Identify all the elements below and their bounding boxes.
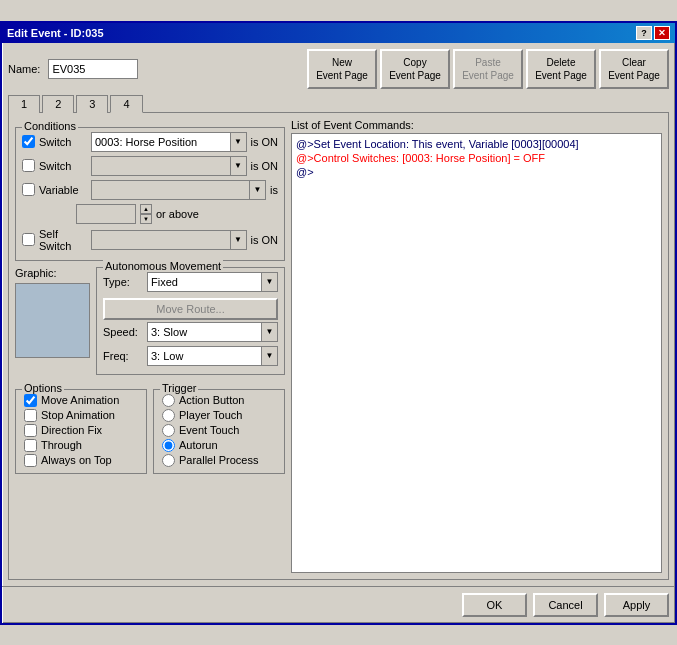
cancel-button[interactable]: Cancel — [533, 593, 598, 617]
trigger-player-touch: Player Touch — [162, 409, 276, 422]
spin-up[interactable]: ▲ — [140, 204, 152, 214]
always-on-top-label: Always on Top — [41, 454, 112, 466]
condition-3-dropdown[interactable]: ▼ — [249, 181, 265, 199]
freq-value: 3: Low — [148, 349, 261, 363]
graphic-auto-row: Graphic: Autonomous Movement Type: Fixed… — [15, 267, 285, 381]
move-animation-checkbox[interactable] — [24, 394, 37, 407]
tab-1[interactable]: 1 — [8, 95, 40, 113]
option-direction-fix: Direction Fix — [24, 424, 138, 437]
list-item-2: @>Control Switches: [0003: Horse Positio… — [296, 152, 657, 164]
condition-5-dropdown[interactable]: ▼ — [230, 231, 246, 249]
condition-row-3: Variable ▼ is — [22, 180, 278, 200]
bottom-row: Options Move Animation Stop Animation Di… — [15, 381, 285, 474]
help-button[interactable]: ? — [636, 26, 652, 40]
type-label: Type: — [103, 276, 143, 288]
trigger-group: Trigger Action Button Player Touch Event… — [153, 389, 285, 474]
action-button-radio[interactable] — [162, 394, 175, 407]
player-touch-radio[interactable] — [162, 409, 175, 422]
name-row: Name: NewEvent Page CopyEvent Page Paste… — [8, 49, 669, 89]
direction-fix-checkbox[interactable] — [24, 424, 37, 437]
footer: OK Cancel Apply — [2, 586, 675, 623]
stop-animation-label: Stop Animation — [41, 409, 115, 421]
close-button[interactable]: ✕ — [654, 26, 670, 40]
graphic-preview[interactable] — [15, 283, 90, 358]
list-item-1: @>Set Event Location: This event, Variab… — [296, 138, 657, 150]
condition-1-value: 0003: Horse Position — [92, 135, 230, 149]
main-panel: Conditions Switch 0003: Horse Position ▼… — [8, 112, 669, 580]
trigger-label: Trigger — [160, 382, 198, 394]
always-on-top-checkbox[interactable] — [24, 454, 37, 467]
condition-2-label: Switch — [39, 160, 87, 172]
speed-label: Speed: — [103, 326, 143, 338]
spin-down[interactable]: ▼ — [140, 214, 152, 224]
event-touch-label: Event Touch — [179, 424, 239, 436]
condition-5-value — [92, 239, 230, 241]
condition-1-label: Switch — [39, 136, 87, 148]
event-commands-list[interactable]: @>Set Event Location: This event, Variab… — [291, 133, 662, 573]
name-label: Name: — [8, 63, 40, 75]
ok-button[interactable]: OK — [462, 593, 527, 617]
condition-2-suffix: is ON — [251, 160, 279, 172]
autorun-radio[interactable] — [162, 439, 175, 452]
tab-4[interactable]: 4 — [110, 95, 142, 113]
tab-3[interactable]: 3 — [76, 95, 108, 113]
clear-event-page-button[interactable]: ClearEvent Page — [599, 49, 669, 89]
speed-value: 3: Slow — [148, 325, 261, 339]
option-through: Through — [24, 439, 138, 452]
through-checkbox[interactable] — [24, 439, 37, 452]
autonomous-label: Autonomous Movement — [103, 260, 223, 272]
paste-event-page-button[interactable]: PasteEvent Page — [453, 49, 523, 89]
condition-3-label: Variable — [39, 184, 87, 196]
condition-1-dropdown[interactable]: ▼ — [230, 133, 246, 151]
condition-2-checkbox[interactable] — [22, 159, 35, 172]
delete-event-page-button[interactable]: DeleteEvent Page — [526, 49, 596, 89]
type-dropdown[interactable]: ▼ — [261, 273, 277, 291]
move-route-button: Move Route... — [103, 298, 278, 320]
tabs-row: 1 2 3 4 — [8, 95, 669, 113]
event-touch-radio[interactable] — [162, 424, 175, 437]
trigger-parallel-process: Parallel Process — [162, 454, 276, 467]
right-panel: List of Event Commands: @>Set Event Loca… — [291, 119, 662, 573]
condition-3-suffix: is — [270, 184, 278, 196]
condition-row-4: ▲ ▼ or above — [76, 204, 278, 224]
tab-2[interactable]: 2 — [42, 95, 74, 113]
player-touch-label: Player Touch — [179, 409, 242, 421]
action-button-label: Action Button — [179, 394, 244, 406]
type-value: Fixed — [148, 275, 261, 289]
window-title: Edit Event - ID:035 — [7, 27, 104, 39]
conditions-label: Conditions — [22, 120, 78, 132]
speed-row: Speed: 3: Slow ▼ — [103, 322, 278, 342]
conditions-group: Conditions Switch 0003: Horse Position ▼… — [15, 127, 285, 261]
copy-event-page-button[interactable]: CopyEvent Page — [380, 49, 450, 89]
condition-row-2: Switch ▼ is ON — [22, 156, 278, 176]
parallel-process-label: Parallel Process — [179, 454, 258, 466]
parallel-process-radio[interactable] — [162, 454, 175, 467]
graphic-label: Graphic: — [15, 267, 57, 279]
apply-button[interactable]: Apply — [604, 593, 669, 617]
condition-2-dropdown[interactable]: ▼ — [230, 157, 246, 175]
move-animation-label: Move Animation — [41, 394, 119, 406]
options-label: Options — [22, 382, 64, 394]
condition-row-5: Self Switch ▼ is ON — [22, 228, 278, 252]
condition-3-checkbox[interactable] — [22, 183, 35, 196]
toolbar: NewEvent Page CopyEvent Page PasteEvent … — [307, 49, 669, 89]
condition-3-value — [92, 189, 249, 191]
condition-row-1: Switch 0003: Horse Position ▼ is ON — [22, 132, 278, 152]
autorun-label: Autorun — [179, 439, 218, 451]
speed-dropdown[interactable]: ▼ — [261, 323, 277, 341]
trigger-autorun: Autorun — [162, 439, 276, 452]
new-event-page-button[interactable]: NewEvent Page — [307, 49, 377, 89]
title-bar: Edit Event - ID:035 ? ✕ — [2, 23, 675, 43]
left-panel: Conditions Switch 0003: Horse Position ▼… — [15, 119, 285, 573]
freq-dropdown[interactable]: ▼ — [261, 347, 277, 365]
freq-label: Freq: — [103, 350, 143, 362]
condition-1-suffix: is ON — [251, 136, 279, 148]
name-input[interactable] — [48, 59, 138, 79]
direction-fix-label: Direction Fix — [41, 424, 102, 436]
condition-4-suffix: or above — [156, 208, 199, 220]
condition-1-checkbox[interactable] — [22, 135, 35, 148]
trigger-action-button: Action Button — [162, 394, 276, 407]
option-stop-animation: Stop Animation — [24, 409, 138, 422]
condition-5-checkbox[interactable] — [22, 233, 35, 246]
stop-animation-checkbox[interactable] — [24, 409, 37, 422]
